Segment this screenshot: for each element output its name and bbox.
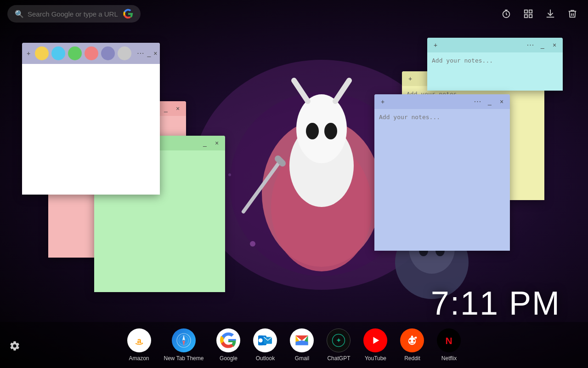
note1-menu-btn[interactable]: ··· xyxy=(137,49,144,58)
newtabtheme-label: New Tab Theme xyxy=(164,355,204,362)
amazon-icon: a xyxy=(127,328,151,352)
sticky-note-4: + ··· _ × xyxy=(374,94,510,251)
netflix-label: Netflix xyxy=(441,355,457,362)
note6-add-btn[interactable]: + xyxy=(431,40,440,50)
taskbar-item-newtabtheme[interactable]: New Tab Theme xyxy=(164,328,204,362)
note6-minimize-btn[interactable]: _ xyxy=(538,40,547,50)
note4-body[interactable] xyxy=(374,109,510,251)
svg-point-18 xyxy=(228,173,231,176)
note1-body[interactable] xyxy=(22,64,160,195)
swatch-pink[interactable] xyxy=(85,46,98,60)
google-logo xyxy=(123,9,133,19)
svg-line-11 xyxy=(278,159,283,163)
note4-menu-btn[interactable]: ··· xyxy=(473,97,482,106)
search-input[interactable] xyxy=(28,10,119,18)
note4-close-btn[interactable]: × xyxy=(497,97,506,106)
note3-close-btn[interactable]: × xyxy=(212,138,221,148)
gmail-label: Gmail xyxy=(295,355,309,362)
reddit-icon xyxy=(400,328,424,352)
gmail-icon xyxy=(290,328,314,352)
note1-add-btn[interactable]: + xyxy=(27,49,30,58)
note6-header: + ··· _ × xyxy=(427,38,563,52)
youtube-icon xyxy=(363,328,387,352)
swatch-gray[interactable] xyxy=(118,46,131,60)
search-bar[interactable]: 🔍 xyxy=(7,5,141,23)
search-icon: 🔍 xyxy=(15,10,24,18)
google-label: Google xyxy=(220,355,237,362)
netflix-icon: N xyxy=(437,328,461,352)
chatgpt-icon: ✦ xyxy=(327,328,351,352)
trash-icon[interactable] xyxy=(564,6,581,22)
newtabtheme-icon xyxy=(172,328,196,352)
note6-close-btn[interactable]: × xyxy=(550,40,559,50)
swatch-yellow[interactable] xyxy=(35,46,49,60)
taskbar-item-chatgpt[interactable]: ✦ ChatGPT xyxy=(327,328,351,362)
note1-minimize-btn[interactable]: _ xyxy=(147,49,151,58)
note2-close-btn[interactable]: × xyxy=(173,104,182,113)
taskbar-item-netflix[interactable]: N Netflix xyxy=(437,328,461,362)
svg-rect-24 xyxy=(529,15,532,17)
note6-body[interactable] xyxy=(427,52,563,91)
note1-close-btn[interactable]: × xyxy=(153,49,157,58)
note1-header: + ··· _ × xyxy=(22,43,160,64)
svg-line-7 xyxy=(335,80,349,101)
download-icon[interactable] xyxy=(542,6,559,22)
svg-point-4 xyxy=(289,124,354,207)
taskbar: a Amazon New Tab Theme xyxy=(0,322,588,368)
svg-rect-21 xyxy=(525,10,527,13)
svg-point-3 xyxy=(271,143,372,271)
svg-point-5 xyxy=(296,94,347,163)
clock: 7:11 PM xyxy=(431,284,560,322)
svg-line-6 xyxy=(294,80,308,101)
settings-button[interactable] xyxy=(9,340,20,354)
stopwatch-icon[interactable] xyxy=(498,6,514,22)
reddit-label: Reddit xyxy=(404,355,420,362)
swatch-purple[interactable] xyxy=(101,46,115,60)
note3-minimize-btn[interactable]: _ xyxy=(200,138,209,148)
svg-text:✦: ✦ xyxy=(336,336,342,344)
note2-minimize-btn[interactable]: _ xyxy=(161,104,170,113)
sticky-note-6: + ··· _ × xyxy=(427,38,563,91)
note6-menu-btn[interactable]: ··· xyxy=(526,40,535,50)
clock-time: 7:11 PM xyxy=(431,285,560,322)
google-icon xyxy=(216,328,240,352)
note4-minimize-btn[interactable]: _ xyxy=(485,97,494,106)
note4-add-btn[interactable]: + xyxy=(378,97,387,106)
svg-point-41 xyxy=(413,340,416,342)
note4-header: + ··· _ × xyxy=(374,94,510,109)
outlook-label: Outlook xyxy=(256,355,275,362)
sticky-note-1: + ··· _ × xyxy=(22,43,160,195)
svg-point-40 xyxy=(409,340,412,342)
svg-text:N: N xyxy=(446,335,452,346)
svg-point-33 xyxy=(259,339,263,343)
youtube-label: YouTube xyxy=(365,355,386,362)
taskbar-item-outlook[interactable]: Outlook xyxy=(253,328,277,362)
taskbar-item-google[interactable]: Google xyxy=(216,328,240,362)
extensions-icon[interactable] xyxy=(520,6,537,22)
svg-point-2 xyxy=(262,120,381,267)
taskbar-item-gmail[interactable]: Gmail xyxy=(290,328,314,362)
svg-point-9 xyxy=(324,123,337,139)
color-swatches xyxy=(35,46,131,60)
svg-point-16 xyxy=(250,241,255,247)
svg-point-44 xyxy=(411,336,413,338)
swatch-cyan[interactable] xyxy=(51,46,65,60)
note5-add-btn[interactable]: + xyxy=(406,74,415,83)
taskbar-item-reddit[interactable]: Reddit xyxy=(400,328,424,362)
svg-text:a: a xyxy=(137,336,141,345)
taskbar-item-amazon[interactable]: a Amazon xyxy=(127,328,151,362)
chatgpt-label: ChatGPT xyxy=(327,355,350,362)
swatch-green[interactable] xyxy=(68,46,82,60)
topbar-right xyxy=(498,6,581,22)
svg-point-8 xyxy=(306,123,319,139)
outlook-icon xyxy=(253,328,277,352)
taskbar-item-youtube[interactable]: YouTube xyxy=(363,328,387,362)
svg-rect-23 xyxy=(525,15,527,17)
amazon-label: Amazon xyxy=(129,355,149,362)
topbar: 🔍 xyxy=(0,0,588,28)
svg-rect-22 xyxy=(529,10,532,13)
svg-line-10 xyxy=(243,161,280,212)
